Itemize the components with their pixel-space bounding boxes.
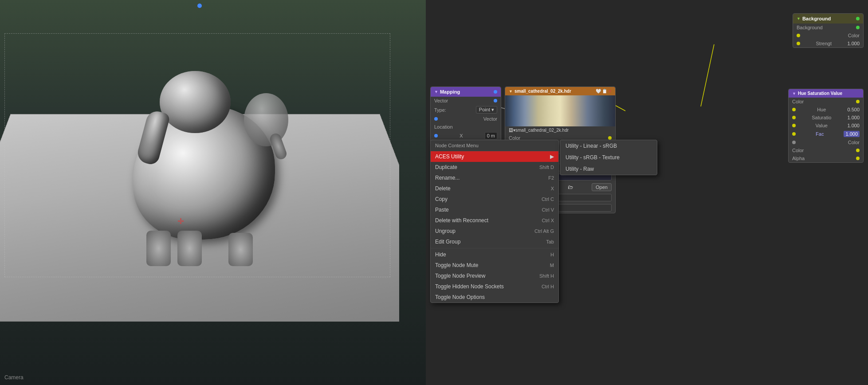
hdr-filename: small_cathedral_02_2k.hdr [515, 128, 612, 133]
strength-socket [797, 42, 800, 45]
bg-row-label: Background [797, 25, 823, 30]
output-socket [856, 17, 860, 20]
x-socket [434, 134, 438, 138]
context-item-hide[interactable]: Hide H [431, 249, 558, 260]
hue-fac-row: Fac 1.000 [789, 130, 863, 138]
fac-socket [792, 132, 796, 136]
open-button[interactable]: Open [592, 183, 612, 191]
bg-node-row-strength: Strengt 1.000 [793, 39, 863, 47]
hdr-header-icons: 🤍 📋 ✕ [596, 89, 612, 94]
mapping-vector-out: Vector [431, 97, 501, 105]
context-item-toggle-preview[interactable]: Toggle Node Preview Shift H [431, 271, 558, 281]
hue-saturation-row: Saturatio 1.000 [789, 114, 863, 122]
ungroup-label: Ungroup [435, 228, 456, 234]
close-icon: ✕ [608, 89, 612, 94]
submenu-item-linear-srgb[interactable]: Utility - Linear - sRGB [560, 140, 657, 152]
hue-value-row: Value 1.000 [789, 122, 863, 130]
type-select[interactable]: Point ▾ [476, 106, 497, 114]
context-item-toggle-sockets[interactable]: Toggle Hidden Node Sockets Ctrl H [431, 281, 558, 292]
context-item-delete[interactable]: Delete X [431, 183, 558, 194]
toggle-preview-label: Toggle Node Preview [435, 273, 485, 279]
image-icon: 🖼 [509, 128, 513, 133]
context-item-paste[interactable]: Paste Ctrl V [431, 204, 558, 215]
context-item-edit-group[interactable]: Edit Group Tab [431, 236, 558, 247]
mapping-node-title: Mapping [440, 89, 460, 94]
background-node-header: ▼ Background [793, 14, 863, 24]
delete-reconnect-shortcut: Ctrl X [542, 218, 554, 223]
context-item-toggle-options[interactable]: Toggle Node Options [431, 292, 558, 302]
context-item-copy[interactable]: Copy Ctrl C [431, 194, 558, 204]
node-editor: ▼ Background Background Color Strengt 1.… [426, 0, 868, 385]
color-in-socket [792, 141, 796, 144]
background-node: ▼ Background Background Color Strengt 1.… [793, 13, 864, 48]
context-item-toggle-mute[interactable]: Toggle Node Mute M [431, 260, 558, 271]
hue-color-out-row2: Color [789, 146, 863, 154]
paste-label: Paste [435, 207, 449, 213]
hue-color-out: Color [789, 98, 863, 106]
delete-label: Delete [435, 185, 451, 192]
edit-group-label: Edit Group [435, 239, 460, 245]
svg-line-3 [701, 44, 714, 106]
hue-hue-row: Hue 0.500 [789, 106, 863, 114]
hdr-node-title: small_cathedral_02_2k.hdr [515, 89, 571, 94]
color-socket [797, 34, 800, 37]
submenu-item-srgb-texture[interactable]: Utility - sRGB - Texture [560, 152, 657, 163]
toggle-options-label: Toggle Node Options [435, 294, 485, 300]
triangle-icon: ▼ [797, 16, 801, 21]
viewport: ✛ Camera [0, 0, 426, 385]
rename-label: Rename... [435, 175, 460, 181]
heart-icon: 🤍 [596, 89, 601, 94]
hdr-triangle-icon: ▼ [509, 89, 513, 94]
toggle-preview-shortcut: Shift H [539, 273, 554, 279]
bg-output-socket [856, 26, 860, 29]
context-item-aces[interactable]: ACES Utility ▶ [431, 151, 558, 162]
scene-elephant: ✛ [27, 58, 381, 288]
copy-shortcut: Ctrl C [542, 196, 554, 202]
vector-socket-in [434, 117, 438, 121]
vector-output-socket [494, 90, 497, 94]
aces-label: ACES Utility [435, 153, 464, 160]
color-out-socket2 [856, 149, 860, 152]
hue-value: 0.500 [847, 107, 860, 112]
hdr-image-row: 🖼 ▾ small_cathedral_02_2k.hdr [505, 126, 615, 134]
hue-triangle-icon: ▼ [792, 91, 796, 96]
delete-reconnect-label: Delete with Reconnect [435, 217, 488, 224]
mapping-location: Location [431, 123, 501, 131]
vector-socket-out [494, 99, 497, 102]
hue-node-header: ▼ Hue Saturation Value [789, 89, 863, 98]
context-item-ungroup[interactable]: Ungroup Ctrl Alt G [431, 226, 558, 236]
hue-alpha-row: Alpha [789, 154, 863, 162]
val-value: 1.000 [847, 123, 860, 128]
toggle-sockets-label: Toggle Hidden Node Sockets [435, 283, 504, 290]
mapping-type: Type: Point ▾ [431, 105, 501, 115]
hue-saturation-node: ▼ Hue Saturation Value Color Hue 0.500 S… [788, 89, 864, 163]
mapping-output-socket [494, 89, 497, 95]
hdr-preview [505, 95, 615, 126]
background-node-title: Background [802, 16, 831, 21]
copy-label: Copy [435, 196, 448, 202]
val-socket [792, 124, 796, 127]
background-socket [856, 16, 860, 22]
mapping-triangle-icon: ▼ [434, 90, 438, 94]
bg-node-row-color: Color [793, 31, 863, 39]
submenu-item-raw[interactable]: Utility - Raw [560, 163, 657, 175]
x-value[interactable]: 0 m [485, 132, 497, 139]
sat-value: 1.000 [847, 115, 860, 120]
alpha-socket [856, 157, 860, 160]
rename-shortcut: F2 [548, 175, 554, 181]
context-menu-title: Node Context Menu [431, 140, 558, 151]
srgb-texture-label: Utility - sRGB - Texture [566, 154, 620, 161]
fac-value: 1.000 [844, 131, 860, 137]
hue-color-in-row: Color [789, 138, 863, 146]
duplicate-label: Duplicate [435, 164, 457, 170]
hdr-color-socket [608, 136, 612, 140]
hide-shortcut: H [550, 252, 554, 257]
context-item-duplicate[interactable]: Duplicate Shift D [431, 162, 558, 173]
context-item-delete-reconnect[interactable]: Delete with Reconnect Ctrl X [431, 215, 558, 226]
hide-label: Hide [435, 251, 446, 258]
edit-group-shortcut: Tab [546, 239, 554, 244]
context-separator-1 [431, 248, 558, 248]
context-item-rename[interactable]: Rename... F2 [431, 173, 558, 183]
ungroup-shortcut: Ctrl Alt G [534, 228, 554, 234]
toggle-mute-shortcut: M [550, 263, 554, 268]
